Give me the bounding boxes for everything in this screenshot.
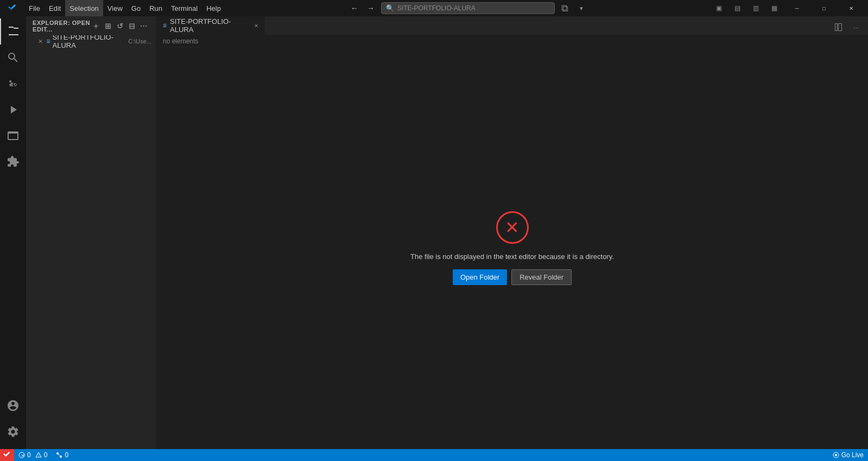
- editor-tab-active[interactable]: ≡ SITE-PORTFOLIO-ALURA ✕: [156, 16, 265, 35]
- tab-item-path: C:\Use...: [128, 38, 151, 45]
- sidebar-item-extensions[interactable]: [0, 149, 26, 175]
- tab-item-close-icon[interactable]: ✕: [37, 37, 45, 46]
- status-error-count: 0: [27, 451, 31, 459]
- nav-forward-button[interactable]: →: [363, 2, 379, 14]
- sidebar-item-source-control[interactable]: [0, 71, 26, 97]
- sidebar-header-icons: + ⊞ ↺ ⊟ ···: [91, 21, 149, 31]
- vscode-logo: [0, 4, 24, 12]
- svg-text:!: !: [38, 453, 39, 457]
- error-icon: ✕: [496, 211, 529, 244]
- layout-btn-3[interactable]: ▥: [747, 2, 764, 14]
- minimize-button[interactable]: ─: [784, 0, 809, 16]
- sidebar-header: EXPLORER: OPEN EDIT... + ⊞ ↺ ⊟ ···: [26, 16, 156, 35]
- sidebar-item-settings[interactable]: [0, 419, 26, 445]
- tab-bar: ≡ SITE-PORTFOLIO-ALURA ✕ ···: [156, 16, 868, 35]
- tab-bar-right-controls: ···: [831, 20, 868, 35]
- title-search-area: ← → 🔍 SITE-PORTFOLIO-ALURA ⧉ ▼: [225, 2, 711, 14]
- split-editor-button[interactable]: [831, 20, 846, 35]
- menu-run[interactable]: Run: [145, 0, 167, 16]
- menu-help[interactable]: Help: [202, 0, 225, 16]
- menu-selection[interactable]: Selection: [65, 0, 103, 16]
- activity-bar-bottom: [0, 393, 26, 449]
- status-source-count: 0: [65, 451, 68, 459]
- layout-btn-2[interactable]: ▤: [729, 2, 745, 14]
- status-source-control[interactable]: 0: [52, 449, 73, 461]
- status-vscode-icon[interactable]: [0, 449, 14, 461]
- tab-item-icon: ≡: [47, 37, 50, 45]
- activity-bar: [0, 16, 26, 449]
- title-bar: File Edit Selection View Go Run Terminal…: [0, 0, 868, 16]
- sidebar-item-account[interactable]: [0, 393, 26, 419]
- status-bar-right: Go Live: [828, 449, 868, 461]
- sidebar-item-run-debug[interactable]: [0, 97, 26, 123]
- svg-point-7: [835, 454, 837, 456]
- refresh-button[interactable]: ↺: [115, 21, 125, 31]
- search-text: SITE-PORTFOLIO-ALURA: [397, 4, 476, 12]
- close-button[interactable]: ✕: [839, 0, 864, 16]
- menu-view[interactable]: View: [103, 0, 127, 16]
- error-x-symbol: ✕: [505, 219, 519, 236]
- sidebar-item-search[interactable]: [0, 45, 26, 71]
- editor-area: ≡ SITE-PORTFOLIO-ALURA ✕ ··· no elements: [156, 16, 868, 449]
- status-errors[interactable]: ✕ 0 ! 0: [14, 449, 52, 461]
- directory-error-view: ✕ The file is not displayed in the text …: [156, 47, 868, 449]
- layout-btn-1[interactable]: ▣: [711, 2, 727, 14]
- status-bar-left: ✕ 0 ! 0 0: [0, 449, 73, 461]
- open-tab-item[interactable]: ✕ ≡ SITE-PORTFOLIO-ALURA C:\Use...: [26, 35, 156, 47]
- active-tab-close-icon[interactable]: ✕: [252, 21, 260, 30]
- menu-bar: File Edit Selection View Go Run Terminal…: [24, 0, 225, 16]
- tab-item-name: SITE-PORTFOLIO-ALURA: [53, 35, 124, 49]
- more-tab-actions-button[interactable]: ···: [848, 20, 864, 35]
- svg-text:✕: ✕: [21, 453, 25, 458]
- more-actions-button[interactable]: ···: [138, 21, 149, 31]
- reveal-folder-button[interactable]: Reveal Folder: [511, 269, 572, 285]
- collapse-button[interactable]: ⊟: [126, 21, 137, 31]
- status-go-live[interactable]: Go Live: [828, 449, 868, 461]
- menu-edit[interactable]: Edit: [45, 0, 65, 16]
- breadcrumb-text: no elements: [163, 37, 198, 45]
- open-folder-button[interactable]: Open Folder: [453, 269, 507, 285]
- active-tab-icon: ≡: [163, 22, 167, 29]
- sidebar-item-remote[interactable]: [0, 123, 26, 149]
- sidebar-item-explorer[interactable]: [0, 18, 26, 45]
- sidebar: EXPLORER: OPEN EDIT... + ⊞ ↺ ⊟ ··· ✕ ≡ S…: [26, 16, 156, 449]
- svg-line-5: [58, 453, 61, 457]
- activity-bar-top: [0, 16, 26, 393]
- menu-go[interactable]: Go: [127, 0, 145, 16]
- maximize-button[interactable]: □: [812, 0, 837, 16]
- menu-file[interactable]: File: [24, 0, 45, 16]
- new-folder-button[interactable]: ⊞: [103, 21, 113, 31]
- active-tab-name: SITE-PORTFOLIO-ALURA: [170, 17, 249, 34]
- sidebar-content: ✕ ≡ SITE-PORTFOLIO-ALURA C:\Use...: [26, 35, 156, 449]
- sidebar-title: EXPLORER: OPEN EDIT...: [33, 20, 91, 33]
- search-icon: 🔍: [386, 4, 394, 12]
- error-action-buttons: Open Folder Reveal Folder: [453, 269, 572, 285]
- status-go-live-text: Go Live: [841, 451, 864, 459]
- status-bar: ✕ 0 ! 0 0 Go Live: [0, 449, 868, 461]
- breadcrumb-bar: no elements: [156, 35, 868, 47]
- extension-dropdown[interactable]: ▼: [573, 2, 590, 14]
- menu-terminal[interactable]: Terminal: [167, 0, 202, 16]
- command-palette[interactable]: 🔍 SITE-PORTFOLIO-ALURA: [381, 2, 555, 14]
- layout-btn-4[interactable]: ▦: [766, 2, 782, 14]
- editor-content: ✕ The file is not displayed in the text …: [156, 47, 868, 449]
- window-controls: ▣ ▤ ▥ ▦ ─ □ ✕: [711, 0, 868, 16]
- extension-btn[interactable]: ⧉: [557, 2, 573, 14]
- main-layout: EXPLORER: OPEN EDIT... + ⊞ ↺ ⊟ ··· ✕ ≡ S…: [0, 16, 868, 449]
- new-file-button[interactable]: +: [91, 21, 102, 31]
- error-message-text: The file is not displayed in the text ed…: [410, 252, 614, 261]
- nav-back-button[interactable]: ←: [346, 2, 363, 14]
- status-warning-count: 0: [44, 451, 48, 459]
